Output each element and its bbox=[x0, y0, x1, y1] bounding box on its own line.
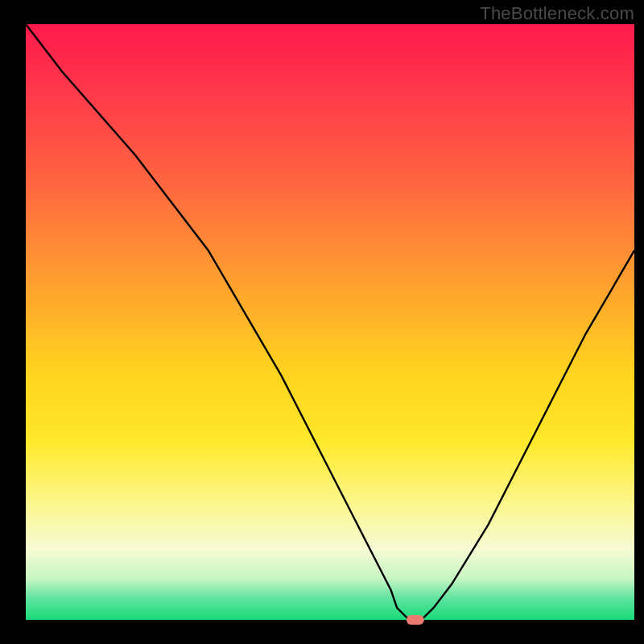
watermark-text: TheBottleneck.com bbox=[480, 3, 634, 24]
chart-frame: TheBottleneck.com bbox=[0, 0, 644, 644]
bottleneck-chart bbox=[0, 0, 644, 644]
optimal-marker bbox=[407, 615, 424, 625]
plot-background bbox=[26, 24, 634, 620]
